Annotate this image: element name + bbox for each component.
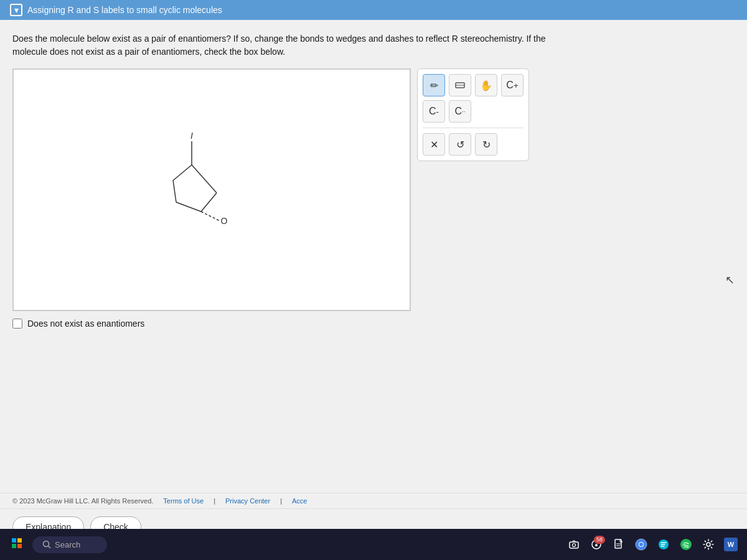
svg-line-4 — [201, 193, 217, 212]
svg-line-2 — [173, 180, 176, 202]
main-content: Does the molecule below exist as a pair … — [0, 20, 747, 493]
checkbox-area: Does not exist as enantiomers — [12, 319, 735, 329]
taskbar-icons: ● 58 — [564, 534, 741, 554]
c-dot-tool-button[interactable]: C·· — [449, 100, 471, 123]
svg-line-5 — [192, 165, 217, 193]
copyright-bar: © 2023 McGraw Hill LLC. All Rights Reser… — [0, 493, 747, 508]
terms-of-use-link[interactable]: Terms of Use — [163, 497, 204, 505]
undo-button[interactable]: ↺ — [449, 133, 471, 156]
svg-line-6 — [201, 212, 220, 221]
svg-rect-12 — [17, 544, 22, 548]
separator-2: | — [280, 497, 282, 505]
question-text: Does the molecule below exist as a pair … — [12, 32, 573, 58]
word-taskbar-icon[interactable]: W — [721, 534, 741, 554]
chemistry-toolbar: ✏ ✋ C+ C- C·· ✕ ↺ ↻ — [417, 68, 529, 161]
redo-button[interactable]: ↻ — [475, 133, 497, 156]
svg-point-26 — [680, 539, 692, 550]
taskbar: Search ● 58 — [0, 529, 747, 560]
hand-tool-button[interactable]: ✋ — [475, 74, 497, 96]
svg-rect-11 — [12, 544, 16, 548]
file-taskbar-icon[interactable] — [609, 534, 629, 554]
spotify-taskbar-icon[interactable] — [676, 534, 696, 554]
svg-point-16 — [573, 544, 576, 547]
collapse-button[interactable]: ▾ — [10, 4, 22, 16]
settings-taskbar-icon[interactable] — [698, 534, 718, 554]
toolbar-divider — [423, 128, 524, 128]
start-button[interactable] — [6, 535, 27, 554]
privacy-center-link[interactable]: Privacy Center — [225, 497, 270, 505]
page-title: Assigning R and S labels to small cyclic… — [27, 5, 222, 15]
svg-point-13 — [44, 541, 49, 547]
chrome-taskbar-icon[interactable] — [631, 534, 651, 554]
svg-line-1 — [173, 165, 192, 180]
camera-taskbar-icon[interactable] — [564, 534, 584, 554]
c-minus-tool-button[interactable]: C- — [423, 100, 445, 123]
copyright-text: © 2023 McGraw Hill LLC. All Rights Reser… — [12, 497, 153, 505]
notification-badge: 58 — [594, 536, 605, 544]
svg-rect-10 — [17, 538, 22, 543]
svg-rect-15 — [570, 542, 578, 548]
top-bar: ▾ Assigning R and S labels to small cycl… — [0, 0, 747, 20]
x-mark-button[interactable]: ✕ — [423, 133, 445, 156]
toolbar-bottom-row: ✕ ↺ ↻ — [423, 133, 524, 156]
chat-taskbar-icon[interactable] — [654, 534, 674, 554]
svg-line-14 — [49, 546, 51, 549]
svg-line-3 — [176, 202, 201, 212]
svg-rect-9 — [12, 538, 16, 543]
separator-1: | — [214, 497, 215, 505]
accessibility-link[interactable]: Acce — [292, 497, 307, 505]
label-O: O — [221, 216, 228, 226]
cursor-arrow: ↖ — [725, 273, 735, 287]
question-area: I O ✏ — [12, 68, 735, 311]
pencil-tool-button[interactable]: ✏ — [423, 74, 445, 96]
eraser-tool-button[interactable] — [449, 74, 471, 96]
svg-point-24 — [639, 543, 643, 546]
c-plus-tool-button[interactable]: C+ — [501, 74, 524, 96]
label-I: I — [190, 131, 193, 141]
molecule-svg: I O — [129, 128, 266, 252]
enantiomers-checkbox[interactable] — [12, 319, 22, 329]
taskbar-search-label: Search — [55, 540, 80, 549]
taskbar-search-box[interactable]: Search — [32, 536, 107, 553]
drawing-canvas[interactable]: I O — [12, 68, 411, 311]
checkbox-label[interactable]: Does not exist as enantiomers — [27, 319, 144, 329]
svg-point-27 — [707, 543, 710, 546]
notification-taskbar-icon[interactable]: ● 58 — [586, 534, 606, 554]
